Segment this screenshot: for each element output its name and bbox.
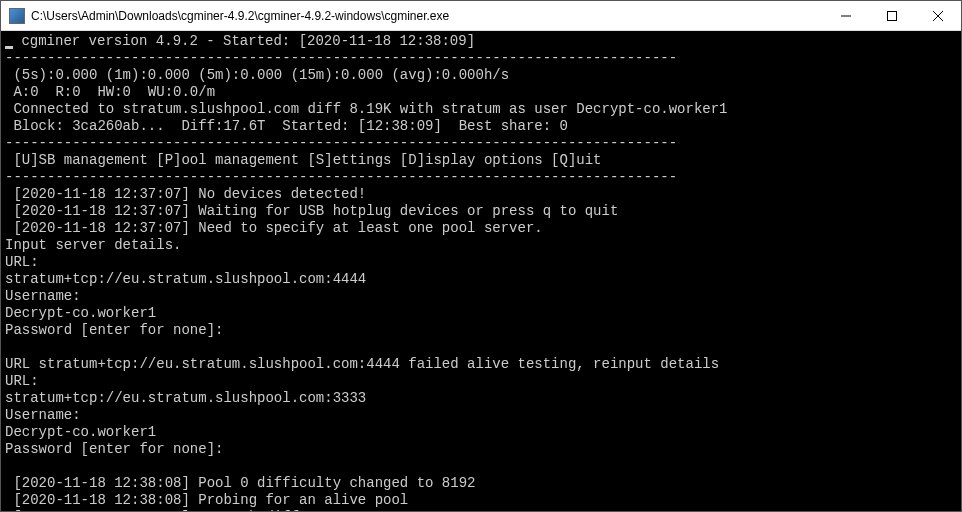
url-value: stratum+tcp://eu.stratum.slushpool.com:3… xyxy=(5,390,366,406)
terminal-output[interactable]: cgminer version 4.9.2 - Started: [2020-1… xyxy=(1,31,961,511)
header-line: cgminer version 4.9.2 - Started: [2020-1… xyxy=(13,33,475,49)
log-line: [2020-11-18 12:37:07] Need to specify at… xyxy=(5,220,543,236)
hashrate-line: (5s):0.000 (1m):0.000 (5m):0.000 (15m):0… xyxy=(5,67,509,83)
maximize-icon xyxy=(887,11,897,21)
maximize-button[interactable] xyxy=(869,1,915,30)
username-label: Username: xyxy=(5,407,81,423)
window-title: C:\Users\Admin\Downloads\cgminer-4.9.2\c… xyxy=(31,9,823,23)
blank-line xyxy=(5,458,13,474)
minimize-icon xyxy=(841,11,851,21)
log-line: [2020-11-18 12:38:09] Network diff set t… xyxy=(5,509,408,511)
username-label: Username: xyxy=(5,288,81,304)
separator: ----------------------------------------… xyxy=(5,50,677,66)
connected-line: Connected to stratum.slushpool.com diff … xyxy=(5,101,728,117)
password-label: Password [enter for none]: xyxy=(5,441,223,457)
block-line: Block: 3ca260ab... Diff:17.6T Started: [… xyxy=(5,118,568,134)
window-controls xyxy=(823,1,961,30)
username-value: Decrypt-co.worker1 xyxy=(5,305,156,321)
menu-line: [U]SB management [P]ool management [S]et… xyxy=(5,152,602,168)
counters-line: A:0 R:0 HW:0 WU:0.0/m xyxy=(5,84,215,100)
input-prompt: Input server details. xyxy=(5,237,181,253)
minimize-button[interactable] xyxy=(823,1,869,30)
app-icon xyxy=(9,8,25,24)
close-button[interactable] xyxy=(915,1,961,30)
username-value: Decrypt-co.worker1 xyxy=(5,424,156,440)
log-line: [2020-11-18 12:37:07] No devices detecte… xyxy=(5,186,366,202)
separator: ----------------------------------------… xyxy=(5,169,677,185)
log-line: [2020-11-18 12:37:07] Waiting for USB ho… xyxy=(5,203,618,219)
url-fail-line: URL stratum+tcp://eu.stratum.slushpool.c… xyxy=(5,356,719,372)
close-icon xyxy=(933,11,943,21)
svg-rect-1 xyxy=(888,11,897,20)
url-label: URL: xyxy=(5,254,39,270)
log-line: [2020-11-18 12:38:08] Probing for an ali… xyxy=(5,492,408,508)
cursor xyxy=(5,46,13,49)
titlebar[interactable]: C:\Users\Admin\Downloads\cgminer-4.9.2\c… xyxy=(1,1,961,31)
url-value: stratum+tcp://eu.stratum.slushpool.com:4… xyxy=(5,271,366,287)
password-label: Password [enter for none]: xyxy=(5,322,223,338)
log-line: [2020-11-18 12:38:08] Pool 0 difficulty … xyxy=(5,475,475,491)
url-label: URL: xyxy=(5,373,39,389)
blank-line xyxy=(5,339,13,355)
separator: ----------------------------------------… xyxy=(5,135,677,151)
